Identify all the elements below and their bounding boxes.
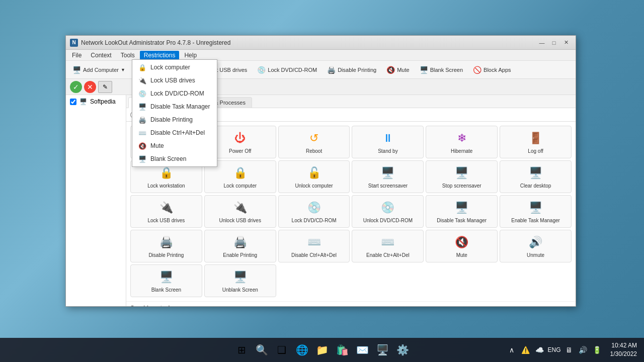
toolbar-blank-screen[interactable]: 🖥️ Blank Screen — [415, 62, 467, 77]
action-lock-dvd-rom[interactable]: 💿 Lock DVD/CD-ROM — [278, 195, 350, 228]
dropdown-lock-dvd[interactable]: 💿 Lock DVD/CD-ROM — [132, 87, 217, 100]
action-start-screensaver[interactable]: 🖥️ Start screensaver — [352, 160, 424, 193]
action-unlock-usb-drives[interactable]: 🔌 Unlock USB drives — [204, 195, 276, 228]
minimize-button[interactable]: — — [536, 38, 547, 47]
dropdown-lock-usb-icon: 🔌 — [138, 76, 146, 84]
action-reboot[interactable]: ↺ Reboot — [278, 126, 350, 158]
power-off-icon: ⏻ — [232, 130, 248, 146]
tray-warning-icon[interactable]: ⚠️ — [520, 344, 532, 356]
menu-file[interactable]: File — [68, 51, 86, 60]
action-enable-ctrl-alt-del[interactable]: ⌨️ Enable Ctr+Alt+Del — [352, 230, 424, 262]
lock-dvd-rom-icon: 💿 — [306, 200, 322, 216]
enable-ctrl-alt-del-icon: ⌨️ — [380, 234, 396, 250]
taskbar-settings[interactable]: ⚙️ — [393, 341, 412, 359]
tray-cloud-icon[interactable]: ☁️ — [534, 344, 546, 356]
toolbar-lock-dvd[interactable]: 💿 Lock DVD/CD-ROM — [253, 62, 321, 77]
disable-printing-action-label: Disable Printing — [148, 252, 184, 258]
mute-label: Mute — [397, 67, 409, 73]
desktop: N Network LookOut Administrator Pro 4.7.… — [0, 0, 644, 362]
dropdown-disable-printing[interactable]: 🖨️ Disable Printing — [132, 113, 217, 126]
tray-volume-icon[interactable]: 🔊 — [577, 344, 589, 356]
stop-screensaver-label: Stop screensaver — [442, 183, 481, 189]
tray-chevron-icon[interactable]: ∧ — [506, 344, 518, 356]
dropdown-disable-task-icon: 🖥️ — [138, 103, 146, 111]
action-log-off[interactable]: 🚪 Log off — [500, 126, 572, 158]
dropdown-lock-computer-label: Lock computer — [150, 64, 190, 71]
menu-restrictions[interactable]: Restrictions — [140, 51, 180, 60]
toolbar-mute[interactable]: 🔇 Mute — [382, 62, 414, 77]
unlock-dvd-rom-icon: 💿 — [380, 200, 396, 216]
action-unmute[interactable]: 🔊 Unmute — [500, 230, 572, 262]
mute-icon: 🔇 — [386, 66, 395, 74]
action-unblank-screen[interactable]: 🖥️ Unblank Screen — [204, 264, 276, 297]
dropdown-disable-task-manager[interactable]: 🖥️ Disable Task Manager — [132, 100, 217, 113]
taskbar-display[interactable]: 🖥️ — [373, 341, 391, 359]
action-blank-screen[interactable]: 🖥️ Blank Screen — [130, 264, 202, 297]
dropdown-disable-ctrl[interactable]: ⌨️ Disable Ctrl+Alt+Del — [132, 126, 217, 139]
unblank-screen-label: Unblank Screen — [222, 287, 258, 293]
dropdown-lock-computer[interactable]: 🔒 Lock computer — [132, 61, 217, 74]
lock-usb-drives-label: Lock USB drives — [147, 218, 185, 224]
taskbar-time: 10:42 AM — [610, 341, 637, 350]
dropdown-blank-screen[interactable]: 🖥️ Blank Screen — [132, 152, 217, 165]
taskbar-start[interactable]: ⊞ — [232, 341, 251, 359]
action-enable-task-manager[interactable]: 🖥️ Enable Task Manager — [500, 195, 572, 228]
clear-desktop-label: Clear desktop — [520, 183, 551, 189]
cancel-button[interactable]: ✕ — [84, 81, 96, 93]
taskbar-clock[interactable]: 10:42 AM 1/30/2022 — [607, 340, 640, 359]
reboot-icon: ↺ — [306, 130, 322, 146]
keystrokes-section: Send keystrokes Keystrokes (available ma… — [126, 301, 576, 306]
action-lock-usb-drives[interactable]: 🔌 Lock USB drives — [130, 195, 202, 228]
action-clear-desktop[interactable]: 🖥️ Clear desktop — [500, 160, 572, 193]
toolbar-disable-printing[interactable]: 🖨️ Disable Printing — [323, 62, 381, 77]
taskbar-taskview[interactable]: ❑ — [273, 341, 291, 359]
dropdown-mute[interactable]: 🔇 Mute — [132, 139, 217, 152]
menu-tools[interactable]: Tools — [117, 51, 139, 60]
taskbar-explorer[interactable]: 📁 — [313, 341, 331, 359]
reboot-label: Reboot — [306, 148, 322, 154]
edit-button[interactable]: ✎ — [98, 81, 112, 93]
action-disable-task-manager[interactable]: 🖥️ Disable Task Manager — [426, 195, 498, 228]
dropdown-disable-task-label: Disable Task Manager — [150, 103, 210, 110]
menu-help[interactable]: Help — [180, 51, 201, 60]
computer-item[interactable]: 🖥️ Softpedia — [68, 97, 124, 106]
dropdown-lock-dvd-icon: 💿 — [138, 89, 146, 98]
action-unlock-computer[interactable]: 🔓 Unlock computer — [278, 160, 350, 193]
maximize-button[interactable]: □ — [548, 38, 559, 47]
action-disable-printing[interactable]: 🖨️ Disable Printing — [130, 230, 202, 262]
taskbar-search[interactable]: 🔍 — [253, 341, 271, 359]
taskbar-mail[interactable]: ✉️ — [353, 341, 371, 359]
tray-monitor-icon[interactable]: 🖥 — [563, 344, 575, 356]
computer-icon: 🖥️ — [79, 98, 87, 105]
unlock-usb-drives-label: Unlock USB drives — [219, 218, 261, 224]
dropdown-lock-usb[interactable]: 🔌 Lock USB drives — [132, 74, 217, 87]
apply-button[interactable]: ✓ — [70, 81, 82, 93]
action-enable-printing[interactable]: 🖨️ Enable Printing — [204, 230, 276, 262]
disable-task-manager-label: Disable Task Manager — [437, 218, 487, 224]
tray-battery-icon[interactable]: 🔋 — [591, 344, 603, 356]
dropdown-lock-usb-label: Lock USB drives — [150, 77, 195, 84]
action-hibernate[interactable]: ❄ Hibernate — [426, 126, 498, 158]
title-bar: N Network LookOut Administrator Pro 4.7.… — [66, 36, 576, 50]
action-unlock-dvd-rom[interactable]: 💿 Unlock DVD/CD-ROM — [352, 195, 424, 228]
add-computer-button[interactable]: 🖥️ Add Computer ▼ — [68, 62, 130, 77]
action-mute[interactable]: 🔇 Mute — [426, 230, 498, 262]
taskbar-edge[interactable]: 🌐 — [293, 341, 311, 359]
dropdown-mute-icon: 🔇 — [138, 142, 146, 150]
start-screensaver-label: Start screensaver — [368, 183, 408, 189]
action-disable-ctrl-alt-del[interactable]: ⌨️ Disable Ctrl+Alt+Del — [278, 230, 350, 262]
close-button[interactable]: ✕ — [560, 38, 572, 47]
dropdown-lock-computer-icon: 🔒 — [138, 63, 146, 71]
language-label[interactable]: ENG — [548, 346, 561, 353]
action-stand-by[interactable]: ⏸ Stand by — [352, 126, 424, 158]
dropdown-disable-printing-label: Disable Printing — [150, 116, 193, 123]
action-stop-screensaver[interactable]: 🖥️ Stop screensaver — [426, 160, 498, 193]
lock-dvd-icon: 💿 — [257, 66, 266, 74]
clear-desktop-icon: 🖥️ — [528, 165, 544, 181]
menu-context[interactable]: Context — [87, 51, 115, 60]
disable-printing-label: Disable Printing — [338, 67, 376, 73]
computer-checkbox[interactable] — [70, 99, 76, 105]
taskbar-store[interactable]: 🛍️ — [333, 341, 351, 359]
toolbar-block-apps[interactable]: 🚫 Block Apps — [468, 62, 515, 77]
unmute-icon: 🔊 — [528, 234, 544, 250]
